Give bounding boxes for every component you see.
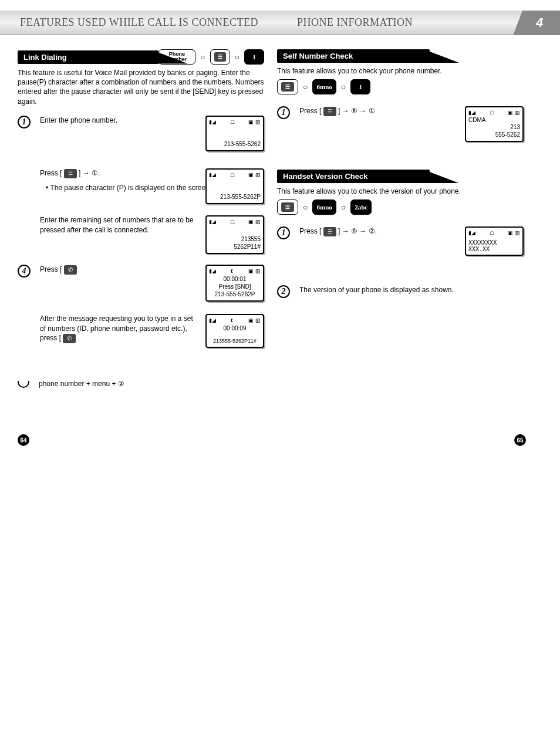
lcd-line: 555-5262 <box>468 131 520 138</box>
step-number: 1 <box>277 226 290 239</box>
menu-icon: ☰ <box>281 202 294 212</box>
step-1: 1 Press [ ☰ ] → ⑥ → ① ▮◢☖▣ ▥ CDMA 213 55… <box>277 106 524 141</box>
step-1: 1 Press [ ☰ ] → ⑥ → ②. ▮◢☖▣ ▥ XXXXXXXX X… <box>277 226 524 262</box>
lcd-line: 00:00:01 <box>209 275 261 283</box>
menu-icon: ☰ <box>64 169 77 178</box>
section-title-handset-version: Handset Version Check <box>277 170 430 183</box>
right-page: Self Number Check This feature allows yo… <box>277 49 524 320</box>
link-dialing-description: This feature is useful for Voice Mail pr… <box>18 68 264 106</box>
lcd-line: XXX.XX <box>468 246 520 252</box>
lcd-label: CDMA <box>468 117 520 123</box>
lcd-status-bar: ▮◢☖▣ ▥ <box>209 119 261 125</box>
key-sep: ○ <box>339 202 348 212</box>
lcd-line: 213-555-5262P <box>209 193 261 201</box>
step-number: 4 <box>18 265 31 278</box>
menu-key-icon: ☰ <box>277 79 298 94</box>
footnote: phone number + menu + ② <box>18 367 264 402</box>
lcd-status-bar: ▮◢☖▣ ▥ <box>209 172 261 178</box>
key-1: 1 <box>244 49 264 65</box>
lcd-line: Press [SND] <box>209 283 261 290</box>
lcd-screen: ▮◢☖▣ ▥ XXXXXXXX XXX.XX <box>465 226 524 256</box>
step-1: 1 Enter the phone number. ▮◢☖▣ ▥ 213-555… <box>18 116 264 151</box>
antenna-icon: ☖ <box>230 119 235 125</box>
menu-key-icon: ☰ <box>210 49 230 65</box>
lcd-line: 213555-5262P11# <box>209 338 261 345</box>
step-text: ] → ①. <box>79 169 100 177</box>
section-title-link-dialing: Link Dialing <box>18 50 158 64</box>
left-page: Link Dialing Phone Number ○ ☰ ○ 1 This f… <box>18 49 264 402</box>
lcd-line: 213-555-5262 <box>209 140 261 148</box>
lcd-status-bar: ▮◢🕻▣ ▥ <box>209 317 261 323</box>
step-text: Press [ <box>40 169 62 177</box>
step-text: Press [ <box>299 107 321 115</box>
dial-icon: ✆ <box>64 265 77 275</box>
menu-icon: ☰ <box>214 52 226 62</box>
section-title-self-number: Self Number Check <box>277 49 430 63</box>
lcd-status-bar: ▮◢☖▣ ▥ <box>468 230 520 236</box>
header-left-title: FEATURES USED WHILE CALL IS CONNECTED <box>20 16 258 29</box>
menu-key-icon: ☰ <box>277 199 298 215</box>
key-sep: ○ <box>301 82 310 92</box>
step-text: ] → ⑥ → ① <box>338 107 375 115</box>
lcd-status-bar: ▮◢🕻▣ ▥ <box>209 268 261 274</box>
battery-icon: ▣ ▥ <box>248 119 261 125</box>
step-5: After the message requesting you to type… <box>18 314 264 349</box>
step-4: 4 Press [ ✆ ▮◢🕻▣ ▥ 00:00:01 Press [SND] … <box>18 265 264 300</box>
key-sep: ○ <box>301 202 310 212</box>
lcd-screen: ▮◢☖▣ ▥ 213-555-5262P <box>205 168 264 204</box>
lcd-line: 213555 <box>209 235 261 243</box>
step-text: Press [ <box>40 265 62 273</box>
menu-icon: ☰ <box>281 82 294 92</box>
step-text: ] → ⑥ → ②. <box>338 227 377 235</box>
step-text: The version of your phone is displayed a… <box>299 285 524 295</box>
step-number: 1 <box>277 106 290 119</box>
signal-icon: ▮◢ <box>209 119 216 125</box>
step-text: Press [ <box>299 227 321 235</box>
lcd-screen: ▮◢🕻▣ ▥ 00:00:09 213555-5262P11# <box>205 314 264 349</box>
step-2: 2 The version of your phone is displayed… <box>277 285 524 320</box>
footnote-text: phone number + menu + ② <box>39 379 264 389</box>
lcd-line: 00:00:09 <box>209 324 261 332</box>
dial-icon: ✆ <box>63 334 76 343</box>
key-6: 6mno <box>312 79 336 94</box>
key-sequence-handset-version: ☰ ○ 6mno ○ 2abc <box>277 199 524 215</box>
lcd-screen: ▮◢☖▣ ▥ 213555 5262P11# <box>205 215 264 254</box>
header-right-title: PHONE INFORMATION <box>297 16 413 29</box>
lcd-screen: ▮◢🕻▣ ▥ 00:00:01 Press [SND] 213-555-5262… <box>205 265 264 302</box>
lcd-screen: ▮◢☖▣ ▥ CDMA 213 555-5262 <box>465 106 524 142</box>
key-sep: ○ <box>232 52 242 62</box>
page-header: FEATURES USED WHILE CALL IS CONNECTED PH… <box>0 11 560 35</box>
key-1: 1 <box>350 79 370 94</box>
lcd-line: 213 <box>468 123 520 131</box>
step-2: Press [ ☰ ] → ①. • The pause character (… <box>18 168 264 204</box>
lcd-line: 213-555-5262P <box>209 290 261 298</box>
self-number-description: This feature allows you to check your ph… <box>277 66 524 76</box>
key-sep: ○ <box>198 52 207 62</box>
lcd-status-bar: ▮◢☖▣ ▥ <box>209 219 261 225</box>
handset-version-description: This feature allows you to check the ver… <box>277 187 524 196</box>
page-number-left: 64 <box>18 434 29 446</box>
note-arc-icon <box>18 381 29 388</box>
step-3: Enter the remaining set of numbers that … <box>18 215 264 251</box>
step-number: 1 <box>18 116 31 128</box>
key-sep: ○ <box>339 82 348 92</box>
menu-icon: ☰ <box>323 107 336 116</box>
lcd-line: 5262P11# <box>209 243 261 251</box>
lcd-line: XXXXXXXX <box>468 239 520 246</box>
key-2: 2abc <box>350 199 372 215</box>
lcd-status-bar: ▮◢☖▣ ▥ <box>468 110 520 116</box>
lcd-screen: ▮◢☖▣ ▥ 213-555-5262 <box>205 116 264 151</box>
menu-icon: ☰ <box>323 227 336 236</box>
key-sequence-self-number: ☰ ○ 6mno ○ 1 <box>277 79 524 94</box>
key-6: 6mno <box>312 199 336 215</box>
step-number: 2 <box>277 285 290 298</box>
page-number-right: 65 <box>514 434 526 446</box>
